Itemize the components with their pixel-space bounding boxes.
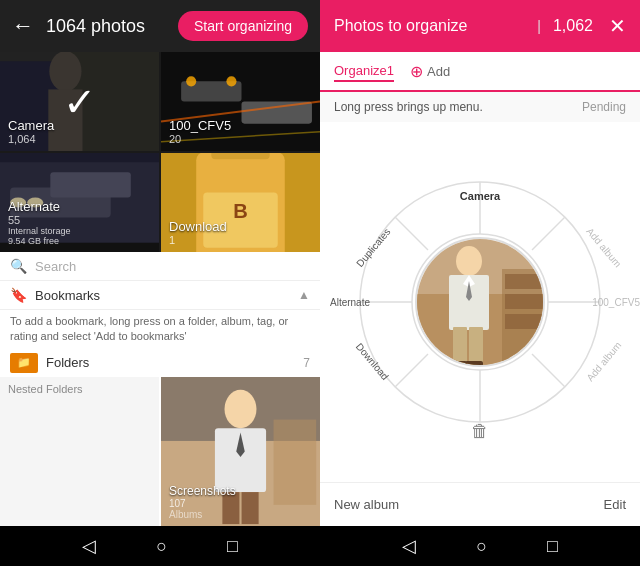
divider: | [537, 18, 541, 34]
search-row: 🔍 Search [0, 252, 320, 281]
grid-cell-cfv5[interactable]: 100_CFV5 20 [161, 52, 320, 151]
page-title: 1064 photos [46, 16, 166, 37]
cell-download-label: Download 1 [169, 219, 227, 246]
cell-camera-label: Camera 1,064 [8, 118, 54, 145]
svg-line-48 [532, 354, 565, 387]
svg-rect-54 [505, 314, 543, 329]
right-panel: Photos to organize | 1,062 ✕ Organize1 ⊕… [320, 0, 640, 566]
svg-rect-36 [242, 492, 259, 524]
info-message: Long press brings up menu. [334, 100, 483, 114]
folder-name: Folders [46, 355, 295, 370]
trash-button[interactable]: 🗑 [471, 421, 489, 442]
tab-add[interactable]: ⊕ Add [410, 62, 450, 81]
back-nav-icon[interactable]: ◁ [82, 535, 96, 557]
tab-organize1[interactable]: Organize1 [334, 63, 394, 82]
plus-icon: ⊕ [410, 62, 423, 81]
recent-nav-icon[interactable]: □ [227, 536, 238, 557]
left-nav-bar: ◁ ○ □ [0, 526, 320, 566]
svg-rect-52 [505, 274, 543, 289]
radial-label-alternate[interactable]: Alternate [330, 297, 370, 308]
new-album-button[interactable]: New album [334, 497, 399, 512]
svg-rect-53 [505, 294, 543, 309]
right-recent-nav-icon[interactable]: □ [547, 536, 558, 557]
right-count: 1,062 [553, 17, 593, 35]
svg-rect-25 [211, 153, 269, 159]
bookmark-description: To add a bookmark, long press on a folde… [0, 310, 320, 349]
svg-rect-60 [469, 327, 483, 365]
radial-label-cfv5[interactable]: 100_CFV5 [592, 297, 640, 308]
svg-point-11 [186, 76, 196, 86]
add-tab-label: Add [427, 64, 450, 79]
svg-rect-38 [274, 419, 317, 504]
bookmarks-row[interactable]: 🔖 Bookmarks ▲ [0, 281, 320, 310]
search-icon: 🔍 [10, 258, 27, 274]
home-nav-icon[interactable]: ○ [156, 536, 167, 557]
right-home-nav-icon[interactable]: ○ [476, 536, 487, 557]
svg-point-33 [225, 390, 257, 428]
chevron-up-icon: ▲ [298, 288, 310, 302]
bookmarks-label: Bookmarks [35, 288, 290, 303]
svg-line-45 [395, 217, 428, 250]
start-organizing-button[interactable]: Start organizing [178, 11, 308, 41]
svg-point-55 [456, 246, 482, 276]
grid-cell-camera[interactable]: ✓ Camera 1,064 [0, 52, 159, 151]
folder-count: 7 [303, 356, 310, 370]
svg-point-12 [226, 76, 236, 86]
left-header: ← 1064 photos Start organizing [0, 0, 320, 52]
svg-rect-59 [453, 327, 467, 365]
right-title: Photos to organize [334, 17, 525, 35]
grid-cell-alternate[interactable]: Alternate 55 Internal storage 9.54 GB fr… [0, 153, 159, 252]
edit-button[interactable]: Edit [604, 497, 626, 512]
cell-cfv5-label: 100_CFV5 20 [169, 118, 231, 145]
right-footer: New album Edit [320, 482, 640, 526]
selected-checkmark: ✓ [63, 79, 97, 125]
folder-icon: 📁 [10, 353, 38, 373]
left-panel: ← 1064 photos Start organizing ✓ Camera … [0, 0, 320, 566]
tabs-row: Organize1 ⊕ Add [320, 52, 640, 92]
right-back-nav-icon[interactable]: ◁ [402, 535, 416, 557]
back-button[interactable]: ← [12, 13, 34, 39]
svg-text:B: B [233, 200, 248, 222]
svg-line-46 [532, 217, 565, 250]
info-bar: Long press brings up menu. Pending [320, 92, 640, 122]
grid-cell-download[interactable]: B Download 1 [161, 153, 320, 252]
right-nav-bar: ◁ ○ □ [320, 526, 640, 566]
search-label: Search [35, 259, 76, 274]
cell-alternate-label: Alternate 55 Internal storage 9.54 GB fr… [8, 199, 71, 246]
bookmark-icon: 🔖 [10, 287, 27, 303]
grid-cell-screenshots[interactable]: Screenshots 107 Albums [161, 377, 320, 526]
radial-label-camera[interactable]: Camera [460, 190, 500, 202]
radial-container: Camera Duplicates Alternate Download Add… [320, 122, 640, 482]
pending-status: Pending [582, 100, 626, 114]
right-header: Photos to organize | 1,062 ✕ [320, 0, 640, 52]
folders-row[interactable]: 📁 Folders 7 [0, 349, 320, 377]
radial-menu[interactable]: Camera Duplicates Alternate Download Add… [360, 182, 600, 422]
svg-rect-19 [50, 172, 131, 197]
close-button[interactable]: ✕ [609, 14, 626, 38]
cell-screenshots-label: Screenshots 107 Albums [169, 484, 236, 520]
svg-line-47 [395, 354, 428, 387]
nested-folders-cell: Nested Folders [0, 377, 159, 526]
